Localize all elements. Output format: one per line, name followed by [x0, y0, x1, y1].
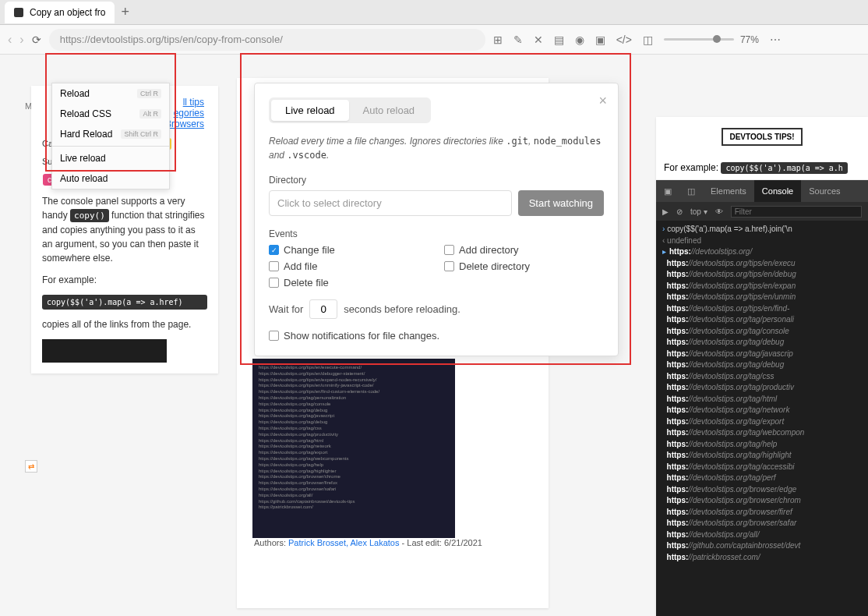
start-watching-button[interactable]: Start watching [518, 190, 604, 216]
dt-device-icon[interactable]: ◫ [679, 180, 703, 202]
tool-icon-2[interactable]: ✎ [513, 34, 523, 46]
toolbar-icons: ⊞ ✎ ✕ ▤ ◉ ▣ </> ◫ 77% ⋯ [493, 34, 781, 46]
mini-screenshot [42, 339, 167, 363]
menu-divider [52, 146, 169, 147]
directory-label: Directory [269, 175, 604, 186]
dt-tab-elements[interactable]: Elements [703, 180, 754, 202]
para-2: copies all of the links from the page. [42, 317, 207, 331]
console-url-line: https://devtoolstips.org/tag/export [662, 416, 862, 428]
menu-icon[interactable]: ⋯ [770, 34, 781, 46]
notification-row[interactable]: Show notifications for file changes. [269, 330, 604, 342]
menu-reload[interactable]: Reload Ctrl R [52, 83, 169, 104]
center-url-line: https://devtoolstips.org/tag/console [259, 402, 449, 408]
tool-icon-4[interactable]: ▣ [595, 34, 605, 46]
console-url-line: https://devtoolstips.org/browser/safar [662, 518, 862, 529]
center-url-line: https://github.com/captainbrosset/devtoo… [259, 499, 449, 505]
url-bar[interactable]: https://devtoolstips.org/tips/en/copy-fr… [49, 29, 485, 51]
toolbar: ‹ › ⟳ https://devtoolstips.org/tips/en/c… [0, 25, 868, 55]
console-url-line: https://devtoolstips.org/tag/accessibi [662, 462, 862, 473]
checkbox-add-file[interactable]: Add file [269, 260, 429, 272]
example-row: For example: copy($$('a').map(a => a.h [656, 156, 868, 180]
back-button[interactable]: ‹ [8, 33, 12, 47]
zoom-control: 77% [664, 34, 759, 45]
dt-tab-sources[interactable]: Sources [801, 180, 848, 202]
camera-icon[interactable]: ◉ [575, 34, 584, 46]
tool-icon-3[interactable]: ▤ [554, 34, 564, 46]
tab-auto-reload[interactable]: Auto reload [349, 100, 429, 121]
menu-auto-reload[interactable]: Auto reload [52, 168, 169, 189]
dt-play-icon[interactable]: ▶ [662, 207, 669, 216]
dt-tab-console[interactable]: Console [754, 180, 801, 202]
console-url-line: https://devtoolstips.org/tag/personali [662, 314, 862, 326]
reload-tab-toggle: Live reload Auto reload [269, 97, 431, 123]
reload-dialog: × Live reload Auto reload Reload every t… [254, 83, 619, 356]
para-1: The console panel supports a very handy … [42, 194, 207, 265]
center-url-line: https://devtoolstips.org/all/ [259, 493, 449, 499]
copy-fn-code: copy() [70, 209, 109, 222]
console-url-line: https://devtoolstips.org/tag/debug [662, 337, 862, 349]
dialog-description: Reload every time a file changes. Ignore… [269, 134, 604, 162]
menu-live-reload[interactable]: Live reload [52, 148, 169, 168]
console-url-line: https://devtoolstips.org/tips/en/debug [662, 269, 862, 281]
wait-input[interactable] [309, 299, 337, 319]
panel-icon[interactable]: ◫ [643, 34, 653, 46]
reload-context-menu: Reload Ctrl R Reload CSS Alt R Hard Relo… [51, 83, 170, 189]
checkbox-change-file[interactable]: ✓Change file [269, 244, 429, 256]
reload-button[interactable]: ⟳ [32, 34, 41, 46]
dt-inspect-icon[interactable]: ▣ [656, 180, 679, 202]
center-url-line: https://devtoolstips.org/tag/webcomponen… [259, 456, 449, 462]
center-url-line: https://devtoolstips.org/tips/en/debugge… [259, 371, 449, 377]
center-url-line: https://devtoolstips.org/tag/debug [259, 420, 449, 426]
link-all-tips[interactable]: ll tips [183, 97, 204, 108]
example-label: For example: [42, 273, 207, 287]
dt-context-selector[interactable]: top ▾ [690, 207, 707, 216]
resize-handle[interactable]: ⇄ [25, 460, 37, 473]
center-url-line: https://devtoolstips.org/tag/javascript [259, 413, 449, 420]
menu-hard-reload[interactable]: Hard Reload Shift Ctrl R [52, 124, 169, 144]
center-url-line: https://devtoolstips.org/browser/chrome [259, 474, 449, 480]
center-url-line: https://devtoolstips.org/tag/css [259, 426, 449, 432]
console-url-line: https://devtoolstips.org/tag/perf [662, 473, 862, 484]
console-url-line: https://patrickbrosset.com/ [662, 552, 862, 564]
console-url-line: https://devtoolstips.org/tag/productiv [662, 382, 862, 394]
link-categories[interactable]: egories [174, 108, 204, 119]
center-url-line: https://devtoolstips.org/tag/productivit… [259, 432, 449, 438]
console-url-line: https://devtoolstips.org/browser/chrom [662, 495, 862, 507]
checkbox-delete-directory[interactable]: Delete directory [444, 260, 604, 272]
logo-area: DEVTOOLS TIPS! [656, 117, 868, 156]
new-tab-button[interactable]: + [121, 4, 129, 20]
forward-button[interactable]: › [19, 33, 23, 47]
console-undefined: undefined [667, 236, 701, 245]
zoom-handle[interactable] [713, 35, 721, 43]
zoom-slider[interactable] [664, 38, 734, 41]
console-input-line: copy($$('a').map(a => a.href).join('\n [667, 225, 792, 233]
checkbox-delete-file[interactable]: Delete file [269, 277, 429, 289]
console-url-line: https://devtoolstips.org/tips/en/expan [662, 281, 862, 292]
console-url-line: https://devtoolstips.org/tag/help [662, 439, 862, 451]
console-url-line: ▸https://devtoolstips.org/ [662, 246, 862, 258]
dialog-close-button[interactable]: × [598, 93, 607, 109]
dt-filter-input[interactable] [731, 206, 862, 218]
console-url-line: https://devtoolstips.org/tag/network [662, 405, 862, 416]
browser-tab[interactable]: Copy an object fro [5, 2, 115, 23]
console-url-line: https://devtoolstips.org/tag/javascrip [662, 349, 862, 360]
dt-eye-icon[interactable]: 👁 [715, 207, 723, 216]
checkbox-add-directory[interactable]: Add directory [444, 244, 604, 256]
code-icon[interactable]: </> [616, 34, 632, 46]
devtools-subbar: ▶ ⊘ top ▾ 👁 [656, 202, 868, 221]
center-url-line: https://devtoolstips.org/tips/en/expand-… [259, 377, 449, 384]
console-body[interactable]: › copy($$('a').map(a => a.href).join('\n… [656, 221, 868, 616]
link-browsers[interactable]: Browsers [165, 119, 204, 129]
directory-input[interactable]: Click to select directory [269, 190, 512, 216]
dt-clear-icon[interactable]: ⊘ [676, 207, 683, 216]
center-url-line: https://devtoolstips.org/browser/safari [259, 487, 449, 493]
tab-bar: Copy an object fro + [0, 0, 868, 25]
tab-live-reload[interactable]: Live reload [271, 100, 349, 121]
tool-icon-1[interactable]: ⊞ [493, 34, 503, 46]
devtools-tabs: ▣ ◫ Elements Console Sources [656, 180, 868, 202]
author-names[interactable]: Patrick Brosset, Alex Lakatos [288, 538, 399, 547]
menu-reload-css[interactable]: Reload CSS Alt R [52, 104, 169, 124]
console-url-line: https://devtoolstips.org/tag/console [662, 326, 862, 338]
tool-close-icon[interactable]: ✕ [534, 34, 543, 46]
center-url-line: https://devtoolstips.org/tag/debug [259, 408, 449, 414]
